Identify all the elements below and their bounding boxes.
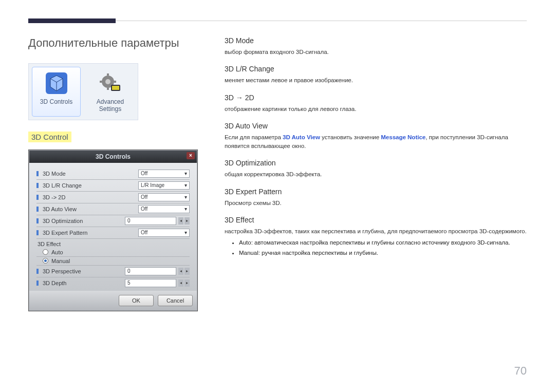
text-fragment: установить значение [320,134,381,140]
marker-icon [36,195,39,200]
marker-icon [36,230,39,235]
radio-row-manual[interactable]: Manual [36,257,190,266]
row-label: 3D Expert Pattern [43,230,138,236]
cancel-button[interactable]: Cancel [158,295,193,306]
dialog-title-text: 3D Controls [96,153,131,160]
row-value: 0 [127,218,131,223]
chevron-down-icon: ▾ [184,194,187,200]
desc-3d-mode: выбор формата входного 3D-сигнала. [225,48,527,57]
radio-row-auto[interactable]: Auto [36,248,190,257]
desc-3d-effect: настройка 3D-эффектов, таких как перспек… [225,227,527,236]
gear-icon [98,70,123,96]
row-value: Off [141,171,147,176]
heading-3d-auto-view: 3D Auto View [225,122,527,130]
row-label: 3D Depth [43,280,125,286]
marker-icon [36,171,39,176]
keyword: 3D Auto View [283,134,320,140]
row-label: 3D Perspective [43,268,125,274]
marker-icon [36,218,39,223]
row-value-field[interactable]: 0 [125,217,176,225]
row-3d-perspective[interactable]: 3D Perspective 0 ◂▸ [36,266,190,277]
text-fragment: Если для параметра [225,134,283,140]
keyword: Message Notice [381,134,425,140]
row-3d-expert-pattern[interactable]: 3D Expert Pattern Off▾ [36,227,190,239]
desc-3d-expert-pattern: Просмотр схемы 3D. [225,199,527,208]
row-value-field[interactable]: Off▾ [138,229,190,237]
row-value-field[interactable]: Off▾ [138,205,190,213]
card-3d-controls[interactable]: 3D Controls [32,67,81,117]
row-3d-to-2d[interactable]: 3D -> 2D Off▾ [36,192,190,203]
dialog-title-bar: 3D Controls × [29,151,197,163]
text-fragment: : автоматическая настройка перспективы и… [251,239,510,246]
header-rule-accent [28,18,116,23]
chevron-down-icon: ▾ [184,206,187,212]
section-3d-effect: 3D Effect [36,239,190,248]
row-label: 3D Mode [43,171,138,177]
list-item: Manual: ручная настройка перспективы и г… [239,248,527,258]
svg-rect-5 [107,73,109,76]
arrow-left-icon[interactable]: ◂ [178,217,183,225]
chevron-down-icon: ▾ [184,171,187,176]
row-value-field[interactable]: Off▾ [138,170,190,178]
card-advanced-settings[interactable]: Advanced Settings [86,67,135,117]
row-3d-auto-view[interactable]: 3D Auto View Off▾ [36,203,190,215]
row-value: 0 [127,268,131,274]
marker-icon [36,281,39,286]
row-3d-lr-change[interactable]: 3D L/R Change L/R Image▾ [36,180,190,192]
card-label: 3D Controls [40,98,72,105]
heading-3d-optimization: 3D Optimization [225,159,527,167]
row-3d-depth[interactable]: 3D Depth 5 ◂▸ [36,277,190,289]
row-3d-mode[interactable]: 3D Mode Off▾ [36,168,190,180]
cube-icon [44,70,69,96]
close-icon[interactable]: × [187,152,195,159]
svg-rect-8 [114,81,116,83]
arrow-right-icon[interactable]: ▸ [184,268,190,275]
row-label: 3D -> 2D [43,194,138,200]
dialog-3d-controls: 3D Controls × 3D Mode Off▾ 3D L/R Change… [28,150,198,311]
row-value-field[interactable]: L/R Image▾ [138,181,190,190]
row-value: Off [141,206,147,212]
radio-icon [43,249,48,255]
list-item: Auto: автоматическая настройка перспекти… [239,238,527,248]
effect-bullets: Auto: автоматическая настройка перспекти… [225,238,527,258]
row-value: Off [141,194,147,200]
marker-icon [36,183,39,188]
chevron-down-icon: ▾ [184,182,187,188]
arrow-left-icon[interactable]: ◂ [178,279,183,287]
svg-rect-10 [112,86,119,90]
radio-icon [43,258,48,264]
row-value-field[interactable]: 5 [125,279,176,287]
arrow-right-icon[interactable]: ▸ [184,279,190,287]
row-value: L/R Image [141,182,164,188]
page-title: Дополнительные параметры [28,36,198,50]
keyword: Manual [239,250,258,256]
arrow-left-icon[interactable]: ◂ [178,268,183,275]
row-3d-optimization[interactable]: 3D Optimization 0 ◂▸ [36,215,190,227]
ok-button[interactable]: OK [119,295,154,306]
row-value: 5 [127,280,131,286]
arrow-right-icon[interactable]: ▸ [184,217,190,225]
row-value: Off [141,230,147,235]
desc-3d-optimization: общая корректировка 3D-эффекта. [225,170,527,179]
svg-point-4 [105,79,110,84]
desc-3d-auto-view: Если для параметра 3D Auto View установи… [225,133,527,151]
row-value-field[interactable]: 0 [125,267,176,275]
chevron-down-icon: ▾ [184,230,187,235]
marker-icon [36,207,39,212]
section-highlight: 3D Control [28,132,71,142]
heading-3d-to-2d: 3D → 2D [225,94,527,102]
row-value-field[interactable]: Off▾ [138,193,190,201]
heading-3d-lr-change: 3D L/R Change [225,65,527,73]
row-label: 3D Auto View [43,206,138,212]
radio-label: Manual [51,258,70,264]
dialog-footer: OK Cancel [29,291,197,310]
heading-3d-mode: 3D Mode [225,36,527,45]
row-label: 3D L/R Change [43,182,138,189]
header-rule [28,21,527,21]
marker-icon [36,269,39,274]
svg-rect-7 [100,81,102,83]
svg-rect-6 [107,88,109,90]
row-label: 3D Optimization [43,218,125,224]
desc-3d-to-2d: отображение картинки только для левого г… [225,105,527,114]
page-number: 70 [514,364,527,378]
